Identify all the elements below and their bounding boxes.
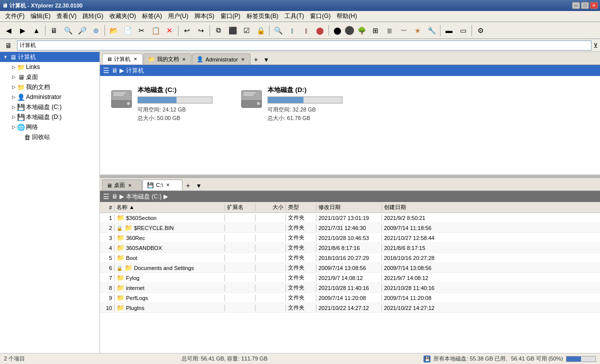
copy2-button[interactable]: ⧉ [212,24,225,37]
menubar-item[interactable]: 收藏夹(O) [106,11,139,22]
grid-button[interactable]: ⊞ [369,24,382,37]
cut-button[interactable]: ✂ [135,24,148,37]
cdrive-expander[interactable]: ▷ [10,104,17,110]
folder-new-button[interactable]: 📂 [107,24,120,37]
tree-recycle[interactable]: ▷ 🗑 回收站 [0,132,100,142]
forward-button[interactable]: ▶ [16,24,29,37]
col-type-header[interactable]: 类型 [286,204,316,211]
table-row[interactable]: 2 🔒 📁$RECYCLE.BIN 文件夹 2021/7/31 12:46:30… [100,223,600,233]
table-row[interactable]: 3 📁360Rec 文件夹 2021/10/28 10:46:53 2021/1… [100,233,600,243]
desktop-expander[interactable]: ▷ [10,74,17,80]
undo-button[interactable]: ↩ [180,24,194,37]
home-button[interactable]: 🖥 [48,24,60,37]
tree-network[interactable]: ▷ 🌐 网络 [0,122,100,132]
table-row[interactable]: 4 📁360SANDBOX 文件夹 2021/8/6 8:17:16 2021/… [100,243,600,253]
tree-cdrive[interactable]: ▷ 💾 本地磁盘 (C:) [0,102,100,112]
col-modified-header[interactable]: 修改日期 [316,204,382,211]
view2-button[interactable]: ▭ [456,24,470,37]
cols-button[interactable]: ||| [383,24,396,37]
links-expander[interactable]: ▷ [10,64,17,70]
tab-administrator[interactable]: 👤 Administrator ✕ [192,54,250,64]
file-new-button[interactable]: 📄 [121,24,134,37]
tag-button[interactable]: ⬤ [314,24,326,37]
tab-mydocs[interactable]: 📁 我的文档 ✕ [144,54,192,64]
table-row[interactable]: 5 📁Boot 文件夹 2018/10/16 20:27:29 2018/10/… [100,253,600,263]
tab-cdrive-close[interactable]: ✕ [165,182,171,188]
menubar-item[interactable]: 标签页集(B) [244,11,282,22]
tree-root[interactable]: ▼ 🖥 计算机 [0,52,100,62]
col-ext-header[interactable]: 扩展名 [225,204,255,211]
tab-add-button[interactable]: + [251,54,261,64]
menubar-item[interactable]: 窗口(P) [218,11,244,22]
settings-button[interactable]: ⚙ [474,24,487,37]
menubar-item[interactable]: 帮助(H) [334,11,360,22]
drive-d-item[interactable]: 本地磁盘 (D:) 可用空间: 32.28 GB 总大小: 61.78 GB [235,81,355,126]
menubar-item[interactable]: 跳转(G) [80,11,106,22]
bottom-tab-menu[interactable]: ▾ [194,180,204,190]
search2-button[interactable]: 🔎 [76,24,88,37]
minimize-button[interactable]: ─ [572,2,580,9]
filter-toggle[interactable]: ⊻ [594,42,598,49]
address-input[interactable] [17,40,592,50]
tab-cdrive[interactable]: 💾 C:\ ✕ [142,180,182,190]
network-expander[interactable]: ▷ [10,124,17,130]
tab-desktop[interactable]: 🖥 桌面 ✕ [102,180,142,190]
bottom-tab-add[interactable]: + [183,180,193,190]
filter2-button[interactable]: ⫿ [300,24,312,37]
mydocs-expander[interactable]: ▷ [10,84,17,90]
menubar-item[interactable]: 文件(F) [2,11,28,22]
star-button[interactable]: ★ [411,24,424,37]
menubar-item[interactable]: 标签(A) [139,11,165,22]
tab-menu-button[interactable]: ▾ [262,54,272,64]
tab-computer-close[interactable]: ✕ [132,56,138,62]
delete-button[interactable]: ✕ [163,24,176,37]
tab-computer[interactable]: 🖥 计算机 ✕ [102,54,143,64]
table-row[interactable]: 6 🔒 📁Documents and Settings 文件夹 2009/7/1… [100,263,600,273]
col-name-header[interactable]: 名称 ▲ [114,204,224,211]
col-num-header[interactable]: # [100,204,114,210]
table-row[interactable]: 1 📁$360Section 文件夹 2021/10/27 13:01:19 2… [100,213,600,223]
search3-button[interactable]: ⊕ [90,24,102,37]
pane-menu-icon[interactable]: ☰ [103,66,110,74]
menubar-item[interactable]: 脚本(S) [192,11,218,22]
admin-expander[interactable]: ▷ [10,94,17,100]
check-button[interactable]: ☑ [240,24,253,37]
dark-button[interactable] [345,26,354,35]
find-button[interactable]: 🔍 [272,24,284,37]
wrench-button[interactable]: 🔧 [425,24,438,37]
tree-mydocs[interactable]: ▷ 📁 我的文档 [0,82,100,92]
menubar-item[interactable]: 查看(V) [54,11,80,22]
root-expander[interactable]: ▼ [2,54,9,60]
copy-button[interactable]: 📋 [149,24,162,37]
up-button[interactable]: ▲ [30,24,43,37]
tree-admin[interactable]: ▷ 👤 Administrator [0,92,100,102]
redo-button[interactable]: ↪ [194,24,208,37]
view1-button[interactable]: ▬ [442,24,456,37]
col-size-header[interactable]: 大小 [256,204,286,211]
tree-links[interactable]: ▷ 📁 Links [0,62,100,72]
drive-c-item[interactable]: 本地磁盘 (C:) 可用空间: 24.12 GB 总大小: 50.00 GB [105,81,225,126]
back-button[interactable]: ◀ [2,24,15,37]
move-button[interactable]: ⬛ [226,24,239,37]
tab-admin-close[interactable]: ✕ [240,56,246,62]
menubar-item[interactable]: 编辑(E) [28,11,54,22]
filter-button[interactable]: ⫿ [286,24,298,37]
menubar-item[interactable]: 工具(T) [282,11,307,22]
table-row[interactable]: 8 📁internet 文件夹 2021/10/28 11:40:16 2021… [100,283,600,293]
ddrive-expander[interactable]: ▷ [10,114,17,120]
maximize-button[interactable]: □ [581,2,589,9]
tree-desktop[interactable]: ▷ 🖥 桌面 [0,72,100,82]
bottom-pane-menu-icon[interactable]: ☰ [103,192,110,200]
tree-button[interactable]: 🌳 [355,24,368,37]
tree-ddrive[interactable]: ▷ 💾 本地磁盘 (D:) [0,112,100,122]
table-row[interactable]: 10 📁PlugIns 文件夹 2021/10/22 14:27:12 2021… [100,303,600,313]
menubar-item[interactable]: 用户(U) [165,11,192,22]
table-row[interactable]: 9 📁PerfLogs 文件夹 2009/7/14 11:20:08 2009/… [100,293,600,303]
color-button[interactable]: ⬤ [331,24,344,37]
col-created-header[interactable]: 创建日期 [382,204,447,211]
tab-mydocs-close[interactable]: ✕ [181,56,187,62]
table-row[interactable]: 7 📁Fylog 文件夹 2021/9/7 14:08:12 2021/9/7 … [100,273,600,283]
close-button[interactable]: ✕ [590,2,598,9]
tab-desktop-close[interactable]: ✕ [127,182,133,188]
search-button[interactable]: 🔍 [62,24,74,37]
